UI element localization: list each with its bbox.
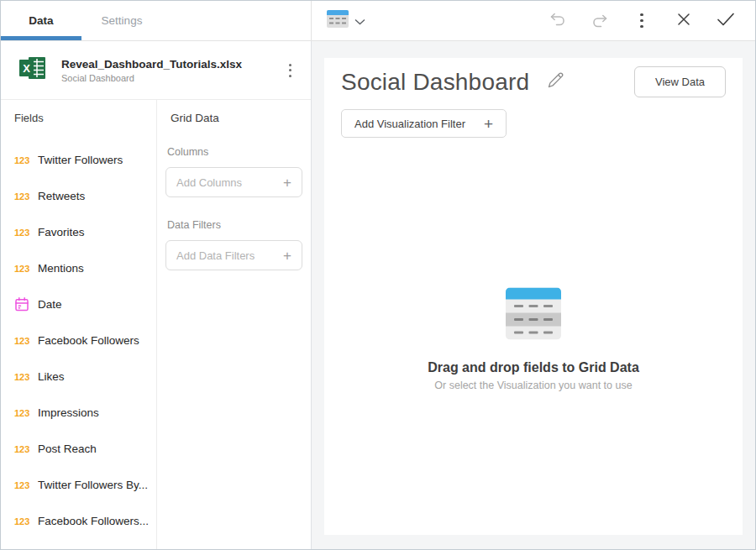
number-field-icon: 123	[14, 408, 33, 418]
undo-icon	[549, 11, 567, 31]
undo-button[interactable]	[549, 12, 567, 30]
top-bar: Data Settings	[1, 1, 755, 41]
number-field-icon: 123	[14, 480, 33, 490]
number-field-icon: 123	[14, 444, 33, 454]
visualization-header: Social Dashboard View Data	[341, 66, 726, 97]
empty-state: Drag and drop fields to Grid Data Or sel…	[324, 288, 743, 391]
dashboard-editor-window: Data Settings	[0, 0, 756, 550]
number-field-icon: 123	[14, 191, 33, 202]
add-columns-placeholder: Add Columns	[176, 176, 283, 189]
data-panel: X Reveal_Dashboard_Tutorials.xlsx Social…	[1, 41, 312, 549]
more-options-icon	[289, 64, 291, 77]
excel-icon: X	[19, 57, 46, 84]
tab-data[interactable]: Data	[1, 1, 81, 40]
svg-text:X: X	[23, 62, 30, 75]
field-item-twitter-followers-by[interactable]: 123 Twitter Followers By...	[14, 467, 156, 503]
redo-icon	[591, 13, 609, 29]
fields-panel: Fields 123 Twitter Followers 123 Retweet…	[1, 100, 157, 549]
plus-icon: +	[484, 116, 493, 132]
field-item-twitter-followers[interactable]: 123 Twitter Followers	[14, 142, 156, 178]
toolbar-actions	[549, 12, 735, 30]
calendar-icon	[14, 296, 33, 312]
visualization-type-picker[interactable]	[327, 10, 365, 31]
grid-placeholder-icon	[506, 288, 561, 343]
visualization-area: Social Dashboard View Data	[312, 41, 755, 549]
empty-state-title: Drag and drop fields to Grid Data	[428, 360, 639, 375]
number-field-icon: 123	[14, 336, 33, 346]
confirm-button[interactable]	[717, 12, 735, 30]
grid-data-header: Grid Data	[171, 112, 302, 124]
fields-list: 123 Twitter Followers 123 Retweets 123 F…	[14, 142, 156, 539]
field-item-impressions[interactable]: 123 Impressions	[14, 395, 156, 431]
editor-content: X Reveal_Dashboard_Tutorials.xlsx Social…	[1, 41, 755, 549]
confirm-icon	[717, 13, 735, 29]
number-field-icon: 123	[14, 516, 33, 526]
editor-toolbar	[312, 1, 755, 40]
more-options-icon	[640, 13, 643, 29]
number-field-icon: 123	[14, 228, 33, 238]
view-data-button[interactable]: View Data	[634, 66, 726, 97]
data-source-name: Reveal_Dashboard_Tutorials.xlsx	[61, 58, 281, 71]
field-item-mentions[interactable]: 123 Mentions	[14, 250, 156, 286]
field-item-facebook-followers[interactable]: 123 Facebook Followers	[14, 322, 156, 359]
add-columns-dropzone[interactable]: Add Columns +	[165, 167, 302, 197]
add-visualization-filter-button[interactable]: Add Visualization Filter +	[341, 109, 507, 138]
tab-settings-label: Settings	[102, 14, 143, 27]
redo-button[interactable]	[591, 12, 609, 30]
field-item-facebook-followers-2[interactable]: 123 Facebook Followers...	[14, 503, 156, 539]
add-data-filters-placeholder: Add Data Filters	[176, 249, 283, 262]
field-item-post-reach[interactable]: 123 Post Reach	[14, 431, 156, 467]
data-filters-section-label: Data Filters	[167, 219, 302, 231]
field-item-date[interactable]: Date	[14, 286, 156, 322]
field-item-likes[interactable]: 123 Likes	[14, 359, 156, 395]
chevron-down-icon	[354, 13, 365, 29]
empty-state-subtitle: Or select the Visualization you want to …	[434, 380, 632, 391]
data-source-info: Reveal_Dashboard_Tutorials.xlsx Social D…	[61, 58, 281, 83]
dashboard-title: Social Dashboard	[341, 69, 529, 96]
data-source-header: X Reveal_Dashboard_Tutorials.xlsx Social…	[1, 41, 311, 100]
number-field-icon: 123	[14, 264, 33, 274]
grid-visualization-icon	[327, 10, 349, 31]
plus-icon: +	[283, 175, 291, 190]
more-options-button[interactable]	[633, 12, 651, 30]
field-item-favorites[interactable]: 123 Favorites	[14, 214, 156, 250]
visualization-card: Social Dashboard View Data	[324, 58, 743, 535]
add-data-filters-dropzone[interactable]: Add Data Filters +	[165, 240, 302, 270]
tab-settings[interactable]: Settings	[81, 1, 162, 40]
data-source-menu-button[interactable]	[281, 61, 299, 80]
title-wrap: Social Dashboard	[341, 69, 567, 96]
fields-header: Fields	[14, 112, 156, 124]
tab-data-label: Data	[29, 14, 53, 27]
data-source-sheet: Social Dashboard	[61, 73, 281, 83]
editor-tabs: Data Settings	[1, 1, 312, 40]
number-field-icon: 123	[14, 372, 33, 382]
close-icon	[676, 12, 691, 30]
active-tab-indicator	[1, 36, 81, 40]
grid-data-panel: Grid Data Columns Add Columns + Data Fil…	[157, 100, 311, 549]
number-field-icon: 123	[14, 155, 33, 165]
edit-title-button[interactable]	[544, 69, 567, 95]
close-button[interactable]	[675, 12, 693, 30]
plus-icon: +	[283, 249, 291, 263]
fields-and-grid-columns: Fields 123 Twitter Followers 123 Retweet…	[1, 100, 311, 549]
field-item-retweets[interactable]: 123 Retweets	[14, 178, 156, 214]
columns-section-label: Columns	[167, 146, 302, 158]
pencil-icon	[544, 69, 567, 95]
